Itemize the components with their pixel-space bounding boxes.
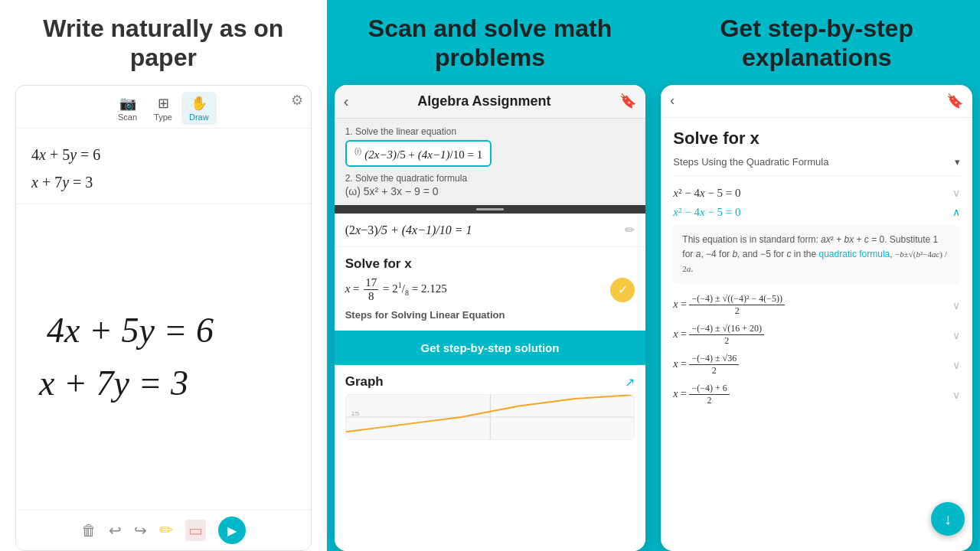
right-step-3: x = −(−4) ± √36 2 ∨ xyxy=(673,353,960,377)
left-heading: Write naturally as on paper xyxy=(0,0,327,73)
type-icon: ⊞ xyxy=(158,95,169,112)
solve-card: Solve for x x = 17 8 = 21/8 = 2.125 ✓ St… xyxy=(335,247,646,331)
right-eq-row-1: x² − 4x − 5 = 0 ∨ xyxy=(673,187,960,200)
app-title: Algebra Assignment xyxy=(354,93,613,109)
handwriting-area: 4x + 5y = 6 x + 7y = 3 xyxy=(16,204,311,510)
draw-tool-btn[interactable]: ✋ Draw xyxy=(181,92,217,125)
cta-button[interactable]: Get step-by-step solution xyxy=(335,331,646,365)
chevron-down-icon-1[interactable]: ∨ xyxy=(952,187,960,199)
scroll-down-fab[interactable]: ↓ xyxy=(931,502,965,536)
middle-heading: Scan and solve math problems xyxy=(327,0,654,73)
draw-label: Draw xyxy=(189,112,209,122)
displayed-equation: (2x−3)/5 + (4x−1)/10 = 1 xyxy=(345,223,472,237)
svg-text:15: 15 xyxy=(351,411,359,418)
right-column: Get step-by-step explanations ‹ 🔖 Solve … xyxy=(653,0,980,551)
right-eq-row-2: x² − 4x − 5 = 0 ∧ xyxy=(673,206,960,219)
method-row: Steps Using the Quadratic Formula ▾ xyxy=(673,156,960,176)
check-icon: ✓ xyxy=(610,278,635,302)
chevron-down-icon-5[interactable]: ∨ xyxy=(952,389,960,401)
step-3-eq: x = −(−4) ± √36 2 xyxy=(673,353,739,377)
right-step-4: x = −(−4) + 6 2 ∨ xyxy=(673,383,960,406)
typed-equations-area: 4x + 5y = 6 x + 7y = 3 xyxy=(16,129,311,204)
solve-result-row: x = 17 8 = 21/8 = 2.125 ✓ xyxy=(345,276,635,303)
graph-expand-icon[interactable]: ↗ xyxy=(625,375,635,390)
right-eq-1: x² − 4x − 5 = 0 xyxy=(673,187,740,200)
solve-equation: x = 17 8 = 21/8 = 2.125 xyxy=(345,276,447,303)
tool-buttons: 📷 Scan ⊞ Type ✋ Draw xyxy=(110,92,217,125)
left-device-frame: 📷 Scan ⊞ Type ✋ Draw ⚙ 4x + 5y = 6 x + 7… xyxy=(15,85,312,551)
typed-eq-2: x + 7y = 3 xyxy=(31,168,296,196)
middle-app-bar: ‹ Algebra Assignment 🔖 xyxy=(335,85,646,119)
step-4-eq: x = −(−4) + 6 2 xyxy=(673,383,729,406)
bottom-toolbar: 🗑 ↩ ↪ ✏ ▭ ▶ xyxy=(16,510,311,550)
quadratic-formula-link[interactable]: quadratic formula xyxy=(819,249,890,259)
type-label: Type xyxy=(154,112,172,122)
graph-card: Graph ↗ 15 xyxy=(335,365,646,449)
right-explanation: This equation is in standard form: ax² +… xyxy=(673,225,960,285)
solve-title: Solve for x xyxy=(345,256,635,272)
method-label: Steps Using the Quadratic Formula xyxy=(673,156,828,168)
scan-equation-2: (ω) 5x² + 3x − 9 = 0 xyxy=(345,185,635,197)
chevron-up-icon[interactable]: ∧ xyxy=(952,206,960,218)
handwritten-eq-1: 4x + 5y = 6 xyxy=(47,304,214,357)
edit-icon[interactable]: ✏ xyxy=(625,223,635,237)
draw-icon: ✋ xyxy=(191,95,207,112)
equation-card: (2x−3)/5 + (4x−1)/10 = 1 ✏ xyxy=(335,214,646,247)
type-tool-btn[interactable]: ⊞ Type xyxy=(146,92,180,125)
typed-eq-1: 4x + 5y = 6 xyxy=(31,141,296,168)
chevron-down-icon-3[interactable]: ∨ xyxy=(952,329,960,341)
scroll-indicator xyxy=(335,205,646,214)
camera-icon: 📷 xyxy=(119,95,136,112)
handwritten-eq-2: x + 7y = 3 xyxy=(39,357,188,409)
right-step-1: x = −(−4) ± √((−4)² − 4(−5)) 2 ∨ xyxy=(673,293,960,317)
scroll-bar xyxy=(476,208,504,210)
graph-title: Graph xyxy=(345,374,384,390)
settings-icon[interactable]: ⚙ xyxy=(291,92,303,109)
bookmark-icon[interactable]: 🔖 xyxy=(619,93,636,109)
trash-icon[interactable]: 🗑 xyxy=(81,522,96,540)
right-eq-2: x² − 4x − 5 = 0 xyxy=(673,206,740,219)
step-2-eq: x = −(−4) ± √(16 + 20) 2 xyxy=(673,323,764,347)
scan-area: 1. Solve the linear equation (i) (2x−3)/… xyxy=(335,119,646,206)
back-button[interactable]: ‹ xyxy=(344,93,349,110)
go-button[interactable]: ▶ xyxy=(218,517,246,544)
right-bookmark-icon[interactable]: 🔖 xyxy=(946,93,963,109)
graph-header: Graph ↗ xyxy=(345,374,635,390)
right-app-bar: ‹ 🔖 xyxy=(661,85,972,118)
chevron-down-icon-4[interactable]: ∨ xyxy=(952,359,960,371)
step-1-eq: x = −(−4) ± √((−4)² − 4(−5)) 2 xyxy=(673,293,785,317)
scan-label: Scan xyxy=(118,112,137,122)
steps-link[interactable]: Steps for Solving Linear Equation xyxy=(345,309,635,321)
right-solve-title: Solve for x xyxy=(673,129,960,148)
result-area[interactable]: (2x−3)/5 + (4x−1)/10 = 1 ✏ Solve for x x… xyxy=(335,214,646,551)
scan-problem1-label: 1. Solve the linear equation xyxy=(345,126,635,137)
scan-equation-1: (i) (2x−3)/5 + (4x−1)/10 = 1 xyxy=(345,140,492,168)
right-device-frame: ‹ 🔖 Solve for x Steps Using the Quadrati… xyxy=(661,85,972,551)
eraser-icon[interactable]: ▭ xyxy=(185,520,206,541)
scan-problem2-label: 2. Solve the quadratic formula xyxy=(345,173,635,184)
graph-preview: 15 xyxy=(345,394,635,440)
right-back-button[interactable]: ‹ xyxy=(670,93,675,109)
scan-tool-btn[interactable]: 📷 Scan xyxy=(110,92,145,125)
redo-icon[interactable]: ↪ xyxy=(134,521,147,540)
right-heading: Get step-by-step explanations xyxy=(653,0,980,73)
pencil-icon[interactable]: ✏ xyxy=(159,520,173,540)
middle-device-frame: ‹ Algebra Assignment 🔖 1. Solve the line… xyxy=(335,85,646,551)
middle-column: Scan and solve math problems ‹ Algebra A… xyxy=(327,0,654,551)
undo-icon[interactable]: ↩ xyxy=(109,521,122,540)
method-dropdown[interactable]: ▾ xyxy=(955,156,960,168)
chevron-down-icon-2[interactable]: ∨ xyxy=(952,299,960,311)
right-content[interactable]: Solve for x Steps Using the Quadratic Fo… xyxy=(661,118,972,551)
right-step-2: x = −(−4) ± √(16 + 20) 2 ∨ xyxy=(673,323,960,347)
left-toolbar: 📷 Scan ⊞ Type ✋ Draw ⚙ xyxy=(16,86,311,129)
left-column: Write naturally as on paper 📷 Scan ⊞ Typ… xyxy=(0,0,327,551)
